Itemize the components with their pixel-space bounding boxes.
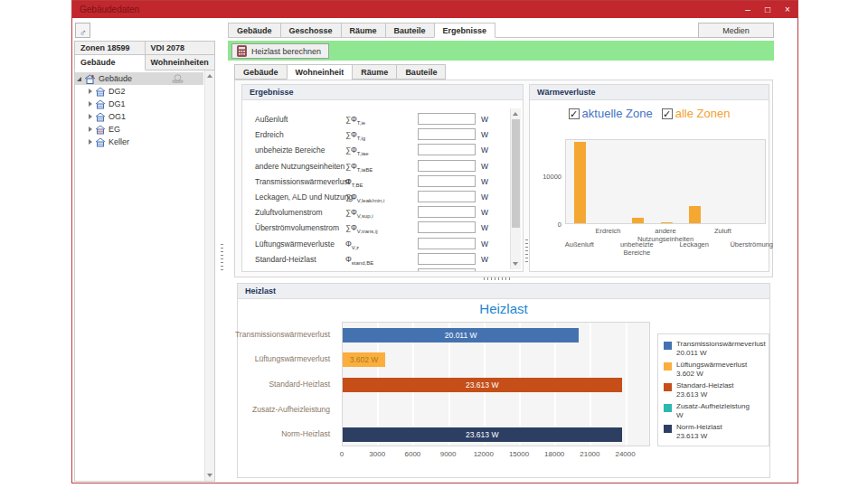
left-tab-VDI 2078[interactable]: VDI 2078 xyxy=(146,41,216,55)
bar-category-label: Zusatz-Aufheizleistung xyxy=(238,397,335,422)
x-tick-label: 18000 xyxy=(536,450,572,458)
maximize-button[interactable]: □ xyxy=(758,1,778,18)
desktop: Gebäudedaten – □ × ♂ Zonen 18599VDI 2078… xyxy=(0,0,868,488)
horizontal-splitter-grip[interactable] xyxy=(484,277,513,280)
y-tick-label: 0 xyxy=(534,221,561,229)
result-input[interactable] xyxy=(418,113,476,125)
result-input[interactable] xyxy=(418,253,476,265)
user-icon-button[interactable]: ♂ xyxy=(75,23,90,38)
result-symbol: ∑ΦT,iaBE xyxy=(345,162,373,173)
expand-closed-icon[interactable] xyxy=(89,139,92,145)
expand-open-icon[interactable] xyxy=(77,77,81,81)
result-input[interactable] xyxy=(418,238,476,249)
left-tab-Gebäude[interactable]: Gebäude xyxy=(74,55,146,70)
tree-item-Keller[interactable]: Keller xyxy=(75,136,203,148)
result-input[interactable] xyxy=(418,191,476,202)
tab-Ergebnisse[interactable]: Ergebnisse xyxy=(434,23,496,38)
result-row: Überströmvolumenstrom∑ΦV,trans,ijW xyxy=(242,221,523,236)
tab-Gebäude[interactable]: Gebäude xyxy=(228,23,280,38)
scroll-down-icon[interactable] xyxy=(207,474,212,477)
stamp-icon[interactable] xyxy=(172,74,184,83)
subtab-Wohneinheit[interactable]: Wohneinheit xyxy=(287,64,353,80)
legend-text: Norm-Heizlast23.613 W xyxy=(676,423,722,440)
result-row: Leckagen, ALD und Nutzung∑ΦV,leak/min,iW xyxy=(242,190,523,205)
legend-label: Transmissionswärmeverlust xyxy=(676,340,766,349)
checkbox-icon[interactable]: ✓ xyxy=(569,108,580,119)
left-tab-Zonen 18599[interactable]: Zonen 18599 xyxy=(74,41,146,55)
result-input[interactable] xyxy=(418,128,476,140)
legend-label: Standard-Heizlast xyxy=(676,381,734,390)
legend-value: 3.602 W xyxy=(676,370,747,379)
chart-row: 23.613 W xyxy=(343,422,649,447)
left-tab-Wohneinheiten[interactable]: Wohneinheiten xyxy=(146,55,216,70)
scroll-down-icon[interactable] xyxy=(513,262,518,266)
expand-closed-icon[interactable] xyxy=(89,127,92,132)
legend-item: Zusatz-Aufheizleistung W xyxy=(664,402,765,419)
tree-item-label: Gebäude xyxy=(99,74,132,83)
legend-label: Norm-Heizlast xyxy=(676,423,722,432)
tab-Geschosse[interactable]: Geschosse xyxy=(280,23,341,38)
ergebnisse-scrollbar[interactable] xyxy=(510,108,521,269)
scrollbar-thumb[interactable] xyxy=(512,119,520,228)
tab-Bauteile[interactable]: Bauteile xyxy=(385,23,434,38)
legend-item: Transmissionswärmeverlust20.011 W xyxy=(664,340,765,357)
result-input[interactable] xyxy=(418,206,476,218)
result-input[interactable] xyxy=(418,221,476,233)
scroll-up-icon[interactable] xyxy=(513,112,518,116)
result-input[interactable] xyxy=(418,160,476,172)
client-area: ♂ Zonen 18599VDI 2078 GebäudeWohneinheit… xyxy=(72,18,797,483)
tree-item-root[interactable]: Gebäude xyxy=(75,72,203,85)
titlebar[interactable]: Gebäudedaten – □ × xyxy=(72,1,797,18)
medien-button[interactable]: Medien xyxy=(698,23,774,38)
x-category-label: Leckagen xyxy=(668,241,721,249)
result-unit: W xyxy=(481,255,488,264)
subtab-Bauteile[interactable]: Bauteile xyxy=(396,64,446,80)
result-unit: W xyxy=(481,223,488,232)
ergebnisse-panel: Ergebnisse Außenluft∑ΦT,ieWErdreich∑ΦT,i… xyxy=(241,84,524,272)
tree-item-DG1[interactable]: DG1 xyxy=(75,98,203,110)
result-unit: W xyxy=(481,239,488,249)
tree-item-EG[interactable]: EG xyxy=(75,123,203,136)
tree-item-label: Keller xyxy=(108,137,129,146)
result-unit: W xyxy=(481,162,488,171)
waermeverluste-chart xyxy=(565,139,766,224)
result-row: TransmissionswärmeverlustΦT,BEW xyxy=(242,174,523,190)
legend-value: 23.613 W xyxy=(676,390,734,399)
tab-content: Ergebnisse Außenluft∑ΦT,ieWErdreich∑ΦT,i… xyxy=(234,80,773,277)
minimize-button[interactable]: – xyxy=(738,1,758,18)
result-input[interactable] xyxy=(418,175,476,187)
heizlast-panel: Heizlast Heizlast Transmissionswärmeverl… xyxy=(237,283,770,478)
male-icon: ♂ xyxy=(79,27,86,38)
expand-closed-icon[interactable] xyxy=(89,114,92,119)
waermeverluste-panel-title: Wärmeverluste xyxy=(530,85,769,100)
checkbox-icon[interactable]: ✓ xyxy=(662,108,673,119)
heizlast-berechnen-button[interactable]: Heizlast berechnen xyxy=(231,43,329,59)
subtab-Räume[interactable]: Räume xyxy=(352,64,396,80)
house-icon xyxy=(95,137,106,147)
result-label: unbeheizte Bereiche xyxy=(255,145,326,155)
result-input[interactable] xyxy=(418,144,476,155)
results-splitter-grip[interactable] xyxy=(525,239,528,265)
scroll-up-icon[interactable] xyxy=(207,74,212,78)
heizlast-chart: 20.011 W3.602 W23.613 W23.613 W xyxy=(342,322,650,446)
bar-category-label: Norm-Heizlast xyxy=(238,421,335,446)
legend-swatch xyxy=(664,342,672,350)
result-symbol: ∑ΦT,iae xyxy=(345,145,369,156)
zone-checkbox-item: ✓alle Zonen xyxy=(662,107,731,120)
close-button[interactable]: × xyxy=(778,1,797,18)
legend-value: 20.011 W xyxy=(676,349,766,358)
y-tick-label: 10000 xyxy=(534,173,561,181)
expand-closed-icon[interactable] xyxy=(89,101,92,107)
expand-closed-icon[interactable] xyxy=(89,89,92,94)
tree-scrollbar[interactable] xyxy=(204,70,214,481)
tree-item-DG2[interactable]: DG2 xyxy=(75,85,203,98)
house-icon xyxy=(95,87,106,97)
chart-bar: 3.602 W xyxy=(343,352,385,367)
panel-splitter-grip[interactable] xyxy=(221,244,223,271)
subtab-Gebäude[interactable]: Gebäude xyxy=(234,64,287,80)
tree-item-OG1[interactable]: OG1 xyxy=(75,110,203,123)
tab-Räume[interactable]: Räume xyxy=(341,23,385,38)
legend-item: Norm-Heizlast23.613 W xyxy=(664,423,765,440)
result-input[interactable] xyxy=(418,268,476,271)
calc-button-label: Heizlast berechnen xyxy=(251,47,321,56)
